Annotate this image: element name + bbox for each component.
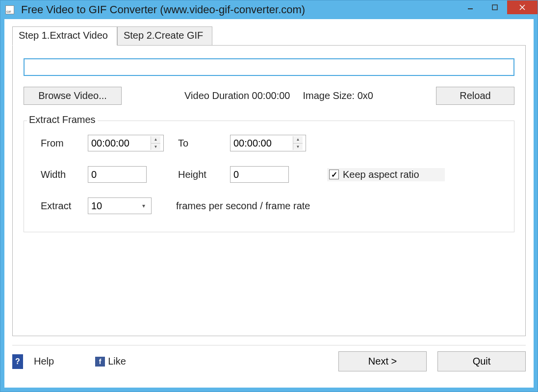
from-time-value: 00:00:00 — [91, 138, 129, 149]
close-icon — [518, 3, 526, 11]
keep-aspect-checkbox[interactable]: ✓ Keep aspect ratio — [327, 168, 445, 181]
to-time-input[interactable]: 00:00:00 ▲ ▼ — [230, 135, 306, 151]
video-path-input[interactable] — [24, 58, 514, 76]
facebook-icon: f — [95, 357, 105, 367]
quit-button[interactable]: Quit — [437, 351, 526, 371]
app-icon — [5, 5, 14, 14]
extract-frames-group: Extract Frames From 00:00:00 ▲ ▼ To 00:0… — [24, 121, 514, 232]
from-spinner: ▲ ▼ — [151, 136, 160, 150]
facebook-like-button[interactable]: f Like — [95, 356, 126, 367]
from-time-input[interactable]: 00:00:00 ▲ ▼ — [88, 135, 164, 151]
help-label[interactable]: Help — [34, 356, 54, 367]
to-spin-down[interactable]: ▼ — [293, 144, 303, 150]
tab-strip: Step 1.Extract Video Step 2.Create GIF — [12, 26, 526, 45]
extract-grid: From 00:00:00 ▲ ▼ To 00:00:00 ▲ ▼ — [34, 135, 504, 214]
from-spin-up[interactable]: ▲ — [151, 136, 160, 144]
height-input[interactable]: 0 — [230, 166, 289, 183]
fps-value: 10 — [91, 200, 102, 212]
width-input[interactable]: 0 — [88, 166, 147, 183]
from-spin-down[interactable]: ▼ — [151, 144, 160, 150]
extract-label: Extract — [34, 200, 88, 212]
help-icon[interactable]: ? — [12, 354, 23, 369]
maximize-icon — [491, 4, 498, 11]
extract-frames-legend: Extract Frames — [27, 114, 98, 125]
to-spin-up[interactable]: ▲ — [293, 136, 303, 144]
chevron-down-icon: ▾ — [142, 202, 145, 209]
separator — [12, 345, 526, 345]
minimize-icon — [467, 4, 474, 11]
checkmark-icon: ✓ — [329, 170, 339, 179]
fps-select[interactable]: 10 ▾ — [88, 197, 152, 214]
bottom-bar: ? Help f Like Next > Quit — [12, 351, 526, 371]
titlebar: Free Video to GIF Converter (www.video-g… — [0, 0, 538, 19]
tab-step2[interactable]: Step 2.Create GIF — [117, 26, 212, 46]
next-button[interactable]: Next > — [338, 351, 427, 371]
window-title: Free Video to GIF Converter (www.video-g… — [21, 3, 458, 16]
height-value: 0 — [233, 169, 239, 180]
video-duration-label: Video Duration 00:00:00 — [184, 90, 290, 101]
from-label: From — [34, 138, 88, 149]
tab-step1[interactable]: Step 1.Extract Video — [12, 26, 117, 46]
maximize-button[interactable] — [483, 0, 507, 14]
to-spinner: ▲ ▼ — [293, 136, 303, 150]
tab-panel-step1: Browse Video... Video Duration 00:00:00 … — [12, 45, 526, 336]
keep-aspect-label: Keep aspect ratio — [343, 169, 419, 180]
to-label: To — [171, 138, 230, 149]
window-buttons — [458, 0, 538, 15]
to-time-value: 00:00:00 — [233, 138, 272, 149]
width-value: 0 — [91, 169, 97, 180]
close-button[interactable] — [507, 0, 538, 14]
fps-suffix-label: frames per second / frame rate — [171, 200, 504, 212]
app-window: Free Video to GIF Converter (www.video-g… — [0, 0, 538, 392]
minimize-button[interactable] — [458, 0, 483, 14]
browse-video-button[interactable]: Browse Video... — [24, 87, 122, 105]
reload-button[interactable]: Reload — [436, 87, 514, 105]
info-row: Browse Video... Video Duration 00:00:00 … — [24, 87, 514, 105]
like-label: Like — [108, 356, 126, 367]
width-label: Width — [34, 169, 88, 180]
client-area: Step 1.Extract Video Step 2.Create GIF B… — [4, 19, 534, 388]
svg-rect-1 — [492, 5, 497, 10]
image-size-label: Image Size: 0x0 — [303, 90, 373, 101]
height-label: Height — [171, 169, 230, 180]
